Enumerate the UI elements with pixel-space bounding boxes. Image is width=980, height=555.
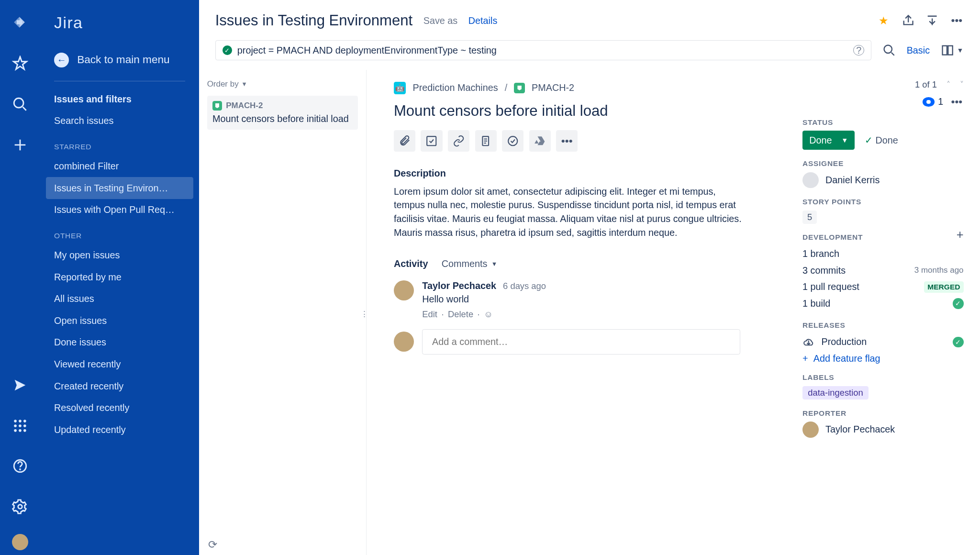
breadcrumb: 🤖 Prediction Machines / PMACH-2 xyxy=(394,82,780,94)
save-as-link[interactable]: Save as xyxy=(423,15,457,26)
search-icon[interactable] xyxy=(7,90,34,118)
build-success-icon: ✓ xyxy=(953,298,964,309)
sidebar-issues-and-filters[interactable]: Issues and filters xyxy=(46,89,193,111)
back-arrow-icon: ← xyxy=(54,53,69,67)
comment-author[interactable]: Taylor Pechacek xyxy=(422,280,496,291)
check-icon: ✓ xyxy=(865,135,873,146)
watchers[interactable]: 1 xyxy=(923,96,944,107)
refresh-icon[interactable]: ⟳ xyxy=(208,538,217,551)
jql-input[interactable]: ✓ project = PMACH AND deploymentEnvironm… xyxy=(215,40,872,60)
search-button-icon[interactable] xyxy=(882,44,896,57)
sidebar-other-1[interactable]: Reported by me xyxy=(46,266,193,288)
assignee-avatar xyxy=(802,172,819,189)
profile-avatar[interactable] xyxy=(12,534,28,550)
next-icon[interactable]: ˅ xyxy=(960,80,964,89)
drive-icon[interactable] xyxy=(529,130,551,152)
jira-logo-icon[interactable] xyxy=(7,10,34,37)
sidebar-other-4[interactable]: Done issues xyxy=(46,332,193,354)
page-icon[interactable] xyxy=(475,130,497,152)
jql-help-icon[interactable]: ? xyxy=(853,45,864,56)
sidebar-starred-0[interactable]: combined Filter xyxy=(46,155,193,178)
svg-point-12 xyxy=(18,505,22,509)
dev-add-icon[interactable]: + xyxy=(957,228,964,242)
issue-title[interactable]: Mount censors before initial load xyxy=(394,102,780,120)
release-success-icon: ✓ xyxy=(953,337,964,348)
back-to-main-menu[interactable]: ← Back to main menu xyxy=(46,46,193,74)
activity-label: Activity xyxy=(394,258,428,269)
add-comment-row xyxy=(394,329,780,355)
more-actions-icon[interactable]: ••• xyxy=(556,130,578,152)
order-by-label: Order by xyxy=(207,79,239,89)
sidebar-other-0[interactable]: My open issues xyxy=(46,244,193,266)
share-icon[interactable] xyxy=(902,14,915,27)
svg-rect-15 xyxy=(948,46,952,55)
comment-avatar[interactable] xyxy=(394,280,414,300)
reporter[interactable]: Taylor Pechacek xyxy=(802,422,964,438)
current-user-avatar xyxy=(394,332,414,352)
page-title: Issues in Testing Environment xyxy=(215,12,413,29)
issue-more-icon[interactable]: ••• xyxy=(950,95,963,109)
dev-prs[interactable]: 1 pull requestMERGED xyxy=(802,278,964,295)
order-by[interactable]: Order by▼ xyxy=(207,77,358,96)
star-icon[interactable] xyxy=(7,50,34,78)
prev-icon[interactable]: ˄ xyxy=(947,80,950,89)
pagination: 1 of 1 xyxy=(915,79,937,90)
watch-count: 1 xyxy=(938,96,943,107)
jql-valid-icon: ✓ xyxy=(223,45,232,55)
dev-branch[interactable]: 1 branch xyxy=(802,246,964,262)
dev-prs-text: 1 pull request xyxy=(802,281,859,292)
comment-edit[interactable]: Edit xyxy=(422,309,437,320)
column-resize-handle[interactable]: ⋮ xyxy=(360,309,368,319)
sidebar-other-3[interactable]: Open issues xyxy=(46,310,193,332)
details-link[interactable]: Details xyxy=(468,15,497,26)
star-filter-icon[interactable]: ★ xyxy=(877,14,891,27)
dev-commits[interactable]: 3 commits3 months ago xyxy=(802,262,964,278)
help-icon[interactable] xyxy=(7,453,34,480)
basic-toggle[interactable]: Basic xyxy=(907,45,930,56)
chevron-down-icon: ▼ xyxy=(841,136,848,144)
export-icon[interactable] xyxy=(925,14,939,27)
label-chip[interactable]: data-ingestion xyxy=(802,386,869,400)
activity-header: Activity Comments▼ xyxy=(394,258,780,269)
release-item[interactable]: Production ✓ xyxy=(802,334,964,350)
svg-rect-16 xyxy=(427,136,436,145)
link-icon[interactable] xyxy=(448,130,469,152)
comment-time: 6 days ago xyxy=(503,281,546,291)
comment-delete[interactable]: Delete xyxy=(448,309,473,320)
settings-icon[interactable] xyxy=(7,493,34,521)
more-icon[interactable]: ••• xyxy=(950,14,963,27)
apps-icon[interactable] xyxy=(7,412,34,439)
sidebar-other-7[interactable]: Resolved recently xyxy=(46,397,193,419)
assignee[interactable]: Daniel Kerris xyxy=(802,172,964,189)
sidebar-other-2[interactable]: All issues xyxy=(46,288,193,310)
sidebar-starred-1[interactable]: Issues in Testing Environ… xyxy=(46,177,193,199)
status-label: STATUS xyxy=(802,118,964,127)
comments-tab-label: Comments xyxy=(442,258,488,269)
notifications-icon[interactable] xyxy=(7,371,34,399)
create-icon[interactable] xyxy=(7,131,34,158)
add-feature-flag[interactable]: +Add feature flag xyxy=(802,353,964,364)
status-button[interactable]: Done▼ xyxy=(802,131,855,150)
sidebar-other-5[interactable]: Viewed recently xyxy=(46,354,193,376)
sidebar-search-issues[interactable]: Search issues xyxy=(46,110,193,132)
issue-card[interactable]: PMACH-2 Mount censors before initial loa… xyxy=(207,96,358,130)
sidebar-starred-2[interactable]: Issues with Open Pull Req… xyxy=(46,199,193,221)
svg-point-0 xyxy=(14,98,24,108)
sidebar-other-6[interactable]: Created recently xyxy=(46,375,193,397)
description-body[interactable]: Lorem ipsum dolor sit amet, consectetur … xyxy=(394,185,746,240)
breadcrumb-project[interactable]: Prediction Machines xyxy=(412,82,498,93)
sidebar-other-8[interactable]: Updated recently xyxy=(46,419,193,441)
dev-build[interactable]: 1 build✓ xyxy=(802,295,964,311)
check-circle-icon[interactable] xyxy=(502,130,523,152)
content: Order by▼ PMACH-2 Mount censors before i… xyxy=(199,70,980,555)
add-comment-input[interactable] xyxy=(422,329,740,355)
story-points-value[interactable]: 5 xyxy=(802,211,817,224)
layout-switcher[interactable]: ▼ xyxy=(941,44,964,57)
attach-icon[interactable] xyxy=(394,130,415,152)
sidebar-other-head: OTHER xyxy=(46,221,193,244)
reaction-icon[interactable]: ☺ xyxy=(484,309,493,320)
project-icon: 🤖 xyxy=(394,82,406,94)
comments-tab[interactable]: Comments▼ xyxy=(442,258,498,269)
breadcrumb-key[interactable]: PMACH-2 xyxy=(532,82,574,93)
subtask-icon[interactable] xyxy=(421,130,442,152)
